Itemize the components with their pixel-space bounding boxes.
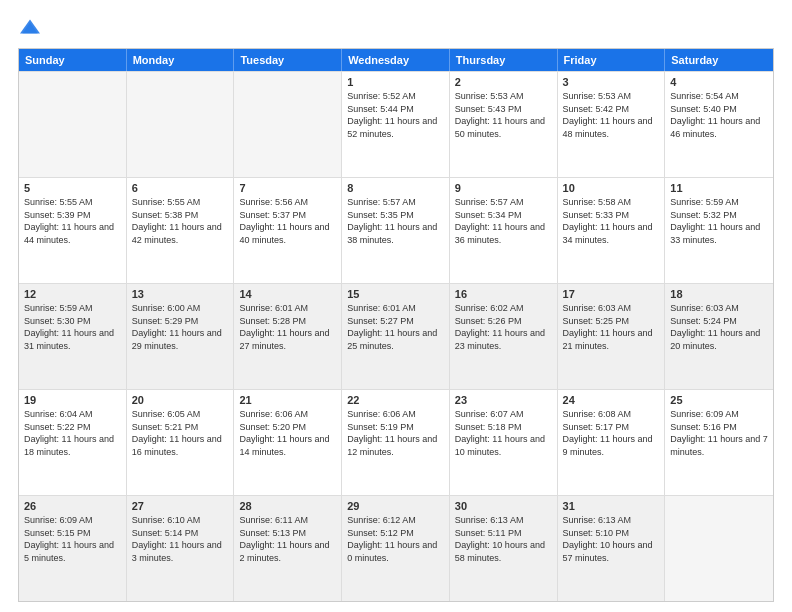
day-number: 7 bbox=[239, 182, 336, 194]
day-number: 29 bbox=[347, 500, 444, 512]
day-number: 13 bbox=[132, 288, 229, 300]
calendar-cell: 21Sunrise: 6:06 AM Sunset: 5:20 PM Dayli… bbox=[234, 390, 342, 495]
calendar-cell: 27Sunrise: 6:10 AM Sunset: 5:14 PM Dayli… bbox=[127, 496, 235, 601]
calendar-cell: 26Sunrise: 6:09 AM Sunset: 5:15 PM Dayli… bbox=[19, 496, 127, 601]
day-number: 8 bbox=[347, 182, 444, 194]
calendar-cell: 11Sunrise: 5:59 AM Sunset: 5:32 PM Dayli… bbox=[665, 178, 773, 283]
cell-info: Sunrise: 6:08 AM Sunset: 5:17 PM Dayligh… bbox=[563, 408, 660, 458]
day-number: 9 bbox=[455, 182, 552, 194]
day-number: 6 bbox=[132, 182, 229, 194]
cell-info: Sunrise: 5:57 AM Sunset: 5:34 PM Dayligh… bbox=[455, 196, 552, 246]
cell-info: Sunrise: 6:06 AM Sunset: 5:20 PM Dayligh… bbox=[239, 408, 336, 458]
day-number: 31 bbox=[563, 500, 660, 512]
day-number: 27 bbox=[132, 500, 229, 512]
cell-info: Sunrise: 6:12 AM Sunset: 5:12 PM Dayligh… bbox=[347, 514, 444, 564]
calendar-cell: 29Sunrise: 6:12 AM Sunset: 5:12 PM Dayli… bbox=[342, 496, 450, 601]
day-number: 25 bbox=[670, 394, 768, 406]
day-number: 20 bbox=[132, 394, 229, 406]
calendar-cell: 24Sunrise: 6:08 AM Sunset: 5:17 PM Dayli… bbox=[558, 390, 666, 495]
cell-info: Sunrise: 6:13 AM Sunset: 5:10 PM Dayligh… bbox=[563, 514, 660, 564]
calendar-cell bbox=[127, 72, 235, 177]
cell-info: Sunrise: 5:53 AM Sunset: 5:43 PM Dayligh… bbox=[455, 90, 552, 140]
logo-icon bbox=[18, 18, 42, 38]
day-number: 11 bbox=[670, 182, 768, 194]
cell-info: Sunrise: 5:57 AM Sunset: 5:35 PM Dayligh… bbox=[347, 196, 444, 246]
calendar-cell: 13Sunrise: 6:00 AM Sunset: 5:29 PM Dayli… bbox=[127, 284, 235, 389]
cell-info: Sunrise: 6:01 AM Sunset: 5:28 PM Dayligh… bbox=[239, 302, 336, 352]
calendar-cell: 2Sunrise: 5:53 AM Sunset: 5:43 PM Daylig… bbox=[450, 72, 558, 177]
weekday-header: Saturday bbox=[665, 49, 773, 71]
cell-info: Sunrise: 6:04 AM Sunset: 5:22 PM Dayligh… bbox=[24, 408, 121, 458]
calendar-cell: 15Sunrise: 6:01 AM Sunset: 5:27 PM Dayli… bbox=[342, 284, 450, 389]
calendar-cell: 5Sunrise: 5:55 AM Sunset: 5:39 PM Daylig… bbox=[19, 178, 127, 283]
calendar-cell: 12Sunrise: 5:59 AM Sunset: 5:30 PM Dayli… bbox=[19, 284, 127, 389]
weekday-header: Sunday bbox=[19, 49, 127, 71]
cell-info: Sunrise: 6:05 AM Sunset: 5:21 PM Dayligh… bbox=[132, 408, 229, 458]
cell-info: Sunrise: 6:11 AM Sunset: 5:13 PM Dayligh… bbox=[239, 514, 336, 564]
cell-info: Sunrise: 6:03 AM Sunset: 5:25 PM Dayligh… bbox=[563, 302, 660, 352]
cell-info: Sunrise: 6:02 AM Sunset: 5:26 PM Dayligh… bbox=[455, 302, 552, 352]
calendar-cell: 31Sunrise: 6:13 AM Sunset: 5:10 PM Dayli… bbox=[558, 496, 666, 601]
calendar-row: 26Sunrise: 6:09 AM Sunset: 5:15 PM Dayli… bbox=[19, 495, 773, 601]
day-number: 15 bbox=[347, 288, 444, 300]
cell-info: Sunrise: 6:09 AM Sunset: 5:16 PM Dayligh… bbox=[670, 408, 768, 458]
day-number: 30 bbox=[455, 500, 552, 512]
calendar-row: 19Sunrise: 6:04 AM Sunset: 5:22 PM Dayli… bbox=[19, 389, 773, 495]
calendar-cell: 4Sunrise: 5:54 AM Sunset: 5:40 PM Daylig… bbox=[665, 72, 773, 177]
cell-info: Sunrise: 6:00 AM Sunset: 5:29 PM Dayligh… bbox=[132, 302, 229, 352]
calendar-cell: 30Sunrise: 6:13 AM Sunset: 5:11 PM Dayli… bbox=[450, 496, 558, 601]
weekday-header: Thursday bbox=[450, 49, 558, 71]
calendar-cell: 16Sunrise: 6:02 AM Sunset: 5:26 PM Dayli… bbox=[450, 284, 558, 389]
cell-info: Sunrise: 5:55 AM Sunset: 5:39 PM Dayligh… bbox=[24, 196, 121, 246]
cell-info: Sunrise: 5:52 AM Sunset: 5:44 PM Dayligh… bbox=[347, 90, 444, 140]
calendar-cell: 10Sunrise: 5:58 AM Sunset: 5:33 PM Dayli… bbox=[558, 178, 666, 283]
day-number: 18 bbox=[670, 288, 768, 300]
calendar-row: 1Sunrise: 5:52 AM Sunset: 5:44 PM Daylig… bbox=[19, 71, 773, 177]
day-number: 23 bbox=[455, 394, 552, 406]
calendar-body: 1Sunrise: 5:52 AM Sunset: 5:44 PM Daylig… bbox=[19, 71, 773, 601]
day-number: 14 bbox=[239, 288, 336, 300]
cell-info: Sunrise: 5:56 AM Sunset: 5:37 PM Dayligh… bbox=[239, 196, 336, 246]
calendar-cell: 8Sunrise: 5:57 AM Sunset: 5:35 PM Daylig… bbox=[342, 178, 450, 283]
cell-info: Sunrise: 6:10 AM Sunset: 5:14 PM Dayligh… bbox=[132, 514, 229, 564]
calendar-cell: 14Sunrise: 6:01 AM Sunset: 5:28 PM Dayli… bbox=[234, 284, 342, 389]
cell-info: Sunrise: 5:55 AM Sunset: 5:38 PM Dayligh… bbox=[132, 196, 229, 246]
calendar-cell: 1Sunrise: 5:52 AM Sunset: 5:44 PM Daylig… bbox=[342, 72, 450, 177]
calendar-cell: 20Sunrise: 6:05 AM Sunset: 5:21 PM Dayli… bbox=[127, 390, 235, 495]
calendar-cell: 28Sunrise: 6:11 AM Sunset: 5:13 PM Dayli… bbox=[234, 496, 342, 601]
day-number: 26 bbox=[24, 500, 121, 512]
cell-info: Sunrise: 6:06 AM Sunset: 5:19 PM Dayligh… bbox=[347, 408, 444, 458]
day-number: 10 bbox=[563, 182, 660, 194]
calendar-cell: 7Sunrise: 5:56 AM Sunset: 5:37 PM Daylig… bbox=[234, 178, 342, 283]
calendar: SundayMondayTuesdayWednesdayThursdayFrid… bbox=[18, 48, 774, 602]
calendar-cell: 6Sunrise: 5:55 AM Sunset: 5:38 PM Daylig… bbox=[127, 178, 235, 283]
calendar-row: 5Sunrise: 5:55 AM Sunset: 5:39 PM Daylig… bbox=[19, 177, 773, 283]
weekday-header: Tuesday bbox=[234, 49, 342, 71]
calendar-cell: 3Sunrise: 5:53 AM Sunset: 5:42 PM Daylig… bbox=[558, 72, 666, 177]
calendar-cell: 19Sunrise: 6:04 AM Sunset: 5:22 PM Dayli… bbox=[19, 390, 127, 495]
day-number: 4 bbox=[670, 76, 768, 88]
day-number: 1 bbox=[347, 76, 444, 88]
cell-info: Sunrise: 6:13 AM Sunset: 5:11 PM Dayligh… bbox=[455, 514, 552, 564]
calendar-cell: 23Sunrise: 6:07 AM Sunset: 5:18 PM Dayli… bbox=[450, 390, 558, 495]
day-number: 12 bbox=[24, 288, 121, 300]
calendar-cell bbox=[19, 72, 127, 177]
calendar-cell: 25Sunrise: 6:09 AM Sunset: 5:16 PM Dayli… bbox=[665, 390, 773, 495]
day-number: 17 bbox=[563, 288, 660, 300]
logo bbox=[18, 18, 46, 38]
calendar-cell bbox=[665, 496, 773, 601]
day-number: 5 bbox=[24, 182, 121, 194]
calendar-row: 12Sunrise: 5:59 AM Sunset: 5:30 PM Dayli… bbox=[19, 283, 773, 389]
page: SundayMondayTuesdayWednesdayThursdayFrid… bbox=[0, 0, 792, 612]
cell-info: Sunrise: 5:59 AM Sunset: 5:30 PM Dayligh… bbox=[24, 302, 121, 352]
cell-info: Sunrise: 6:01 AM Sunset: 5:27 PM Dayligh… bbox=[347, 302, 444, 352]
calendar-cell: 17Sunrise: 6:03 AM Sunset: 5:25 PM Dayli… bbox=[558, 284, 666, 389]
cell-info: Sunrise: 5:53 AM Sunset: 5:42 PM Dayligh… bbox=[563, 90, 660, 140]
weekday-header: Friday bbox=[558, 49, 666, 71]
calendar-cell: 22Sunrise: 6:06 AM Sunset: 5:19 PM Dayli… bbox=[342, 390, 450, 495]
weekday-header: Monday bbox=[127, 49, 235, 71]
calendar-cell bbox=[234, 72, 342, 177]
day-number: 19 bbox=[24, 394, 121, 406]
day-number: 16 bbox=[455, 288, 552, 300]
day-number: 2 bbox=[455, 76, 552, 88]
